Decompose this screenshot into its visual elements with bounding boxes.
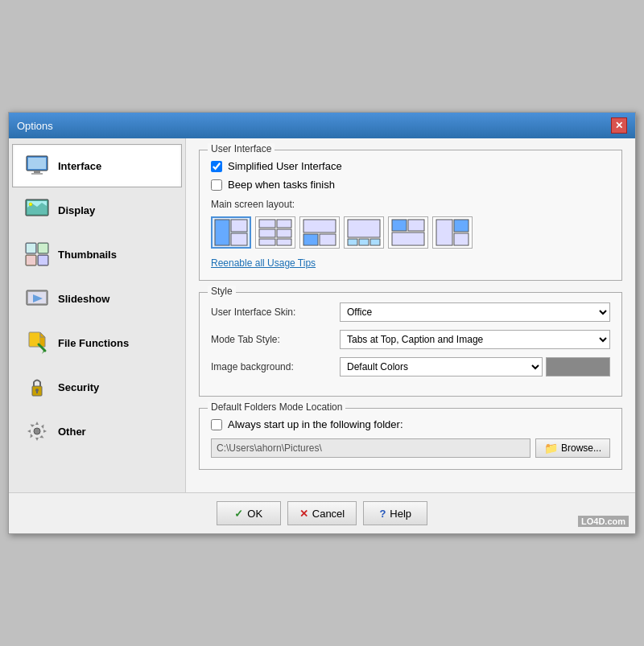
default-folders-group: Default Folders Mode Location Always sta…: [199, 408, 622, 470]
svg-rect-28: [277, 220, 291, 228]
simplified-ui-row: Simplified User Interface: [211, 160, 610, 172]
sidebar-item-display[interactable]: Display: [12, 188, 182, 232]
svg-rect-38: [359, 239, 369, 245]
svg-rect-35: [320, 234, 336, 245]
help-icon: ?: [379, 508, 386, 520]
bg-label: Image background:: [211, 361, 340, 372]
file-functions-icon: [24, 330, 50, 356]
sidebar-item-slideshow[interactable]: Slideshow: [12, 277, 182, 320]
svg-rect-42: [392, 232, 424, 245]
svg-rect-8: [27, 244, 35, 253]
color-preview[interactable]: [546, 357, 610, 376]
svg-rect-36: [348, 220, 380, 237]
reenable-tips-link[interactable]: Reenable all Usage Tips: [211, 257, 316, 269]
svg-rect-14: [39, 256, 47, 265]
tab-style-select[interactable]: Tabs at Top, Caption and ImageTabs at To…: [340, 330, 610, 349]
svg-rect-41: [408, 220, 424, 231]
svg-rect-2: [34, 171, 40, 173]
svg-rect-12: [27, 256, 35, 265]
svg-rect-10: [39, 244, 47, 253]
svg-point-23: [34, 428, 40, 434]
sidebar-item-thumbnails[interactable]: Thumbnails: [12, 232, 182, 276]
layout-icon-4[interactable]: [344, 216, 384, 249]
help-label: Help: [390, 508, 411, 520]
svg-rect-1: [28, 158, 46, 169]
folder-path-input[interactable]: [211, 438, 530, 458]
sidebar-item-security[interactable]: Security: [12, 365, 182, 409]
ok-button[interactable]: ✓ OK: [217, 501, 281, 525]
bg-color-group: Default ColorsCustom ColorBlackWhite: [340, 357, 610, 376]
sidebar-label-interface: Interface: [58, 160, 101, 172]
browse-label: Browse...: [561, 442, 601, 454]
svg-rect-43: [436, 220, 452, 245]
close-button[interactable]: ✕: [611, 117, 627, 134]
layout-icon-2[interactable]: [255, 216, 295, 249]
cancel-label: Cancel: [312, 508, 345, 520]
sidebar-label-security: Security: [58, 381, 99, 393]
sidebar-item-other[interactable]: Other: [12, 409, 182, 453]
layout-icon-3[interactable]: [299, 216, 340, 249]
svg-rect-33: [303, 220, 336, 232]
beep-row: Beep when tasks finish: [211, 179, 610, 191]
style-group: Style User Interface Skin: OfficeClassic…: [199, 292, 622, 397]
folder-path-row: 📁 Browse...: [211, 438, 610, 458]
beep-checkbox[interactable]: [211, 179, 222, 191]
svg-rect-40: [392, 220, 407, 231]
dialog-footer: ✓ OK ✕ Cancel ? Help: [9, 492, 635, 533]
svg-rect-3: [31, 173, 43, 175]
thumbnails-icon: [24, 241, 50, 267]
browse-button[interactable]: 📁 Browse...: [535, 438, 610, 458]
bg-row: Image background: Default ColorsCustom C…: [211, 357, 610, 376]
display-icon: [24, 197, 50, 223]
lock-icon: [24, 374, 50, 400]
layout-icon-5[interactable]: [388, 216, 428, 249]
svg-rect-30: [277, 229, 291, 237]
simplified-ui-label: Simplified User Interface: [228, 160, 342, 172]
sidebar-item-file-functions[interactable]: File Functions: [12, 321, 182, 364]
sidebar-label-display: Display: [58, 204, 95, 216]
cancel-button[interactable]: ✕ Cancel: [287, 501, 357, 525]
skin-select[interactable]: OfficeClassicModernDark: [340, 302, 610, 322]
svg-rect-26: [231, 233, 247, 245]
help-button[interactable]: ? Help: [363, 501, 427, 525]
dialog-title: Options: [17, 120, 53, 132]
svg-rect-24: [215, 220, 229, 245]
cancel-icon: ✕: [299, 508, 308, 520]
sidebar: Interface Display: [9, 138, 186, 492]
start-folder-checkbox[interactable]: [211, 419, 222, 430]
title-bar: Options ✕: [9, 113, 635, 138]
simplified-ui-checkbox[interactable]: [211, 161, 222, 172]
start-folder-row: Always start up in the following folder:: [211, 418, 610, 430]
svg-rect-37: [348, 239, 357, 245]
sidebar-label-file-functions: File Functions: [58, 337, 129, 349]
ok-label: OK: [247, 508, 262, 520]
svg-rect-27: [259, 220, 275, 228]
svg-point-6: [29, 203, 32, 206]
user-interface-group: User Interface Simplified User Interface…: [199, 150, 622, 281]
style-group-title: Style: [208, 286, 236, 297]
svg-rect-39: [370, 239, 380, 245]
dialog-body: Interface Display: [9, 138, 635, 492]
watermark: LO4D.com: [578, 516, 629, 527]
layout-icon-6[interactable]: [432, 216, 473, 249]
svg-rect-22: [36, 390, 38, 393]
svg-rect-32: [277, 239, 291, 245]
user-interface-group-title: User Interface: [208, 143, 275, 154]
options-dialog: Options ✕ Interface: [8, 112, 636, 534]
sidebar-item-interface[interactable]: Interface: [12, 144, 182, 187]
sidebar-label-slideshow: Slideshow: [58, 293, 109, 305]
main-content: User Interface Simplified User Interface…: [186, 138, 635, 492]
skin-label: User Interface Skin:: [211, 307, 340, 318]
layout-label: Main screen layout:: [211, 199, 610, 210]
ok-icon: ✓: [234, 508, 243, 520]
svg-rect-31: [259, 239, 275, 245]
monitor-icon: [24, 153, 50, 179]
skin-row: User Interface Skin: OfficeClassicModern…: [211, 302, 610, 322]
start-folder-label: Always start up in the following folder:: [228, 418, 403, 430]
beep-label: Beep when tasks finish: [228, 179, 335, 191]
bg-select[interactable]: Default ColorsCustom ColorBlackWhite: [340, 357, 543, 376]
svg-rect-45: [454, 233, 469, 245]
svg-rect-44: [454, 220, 469, 232]
sidebar-label-thumbnails: Thumbnails: [58, 249, 117, 261]
layout-icon-1[interactable]: [211, 216, 251, 249]
